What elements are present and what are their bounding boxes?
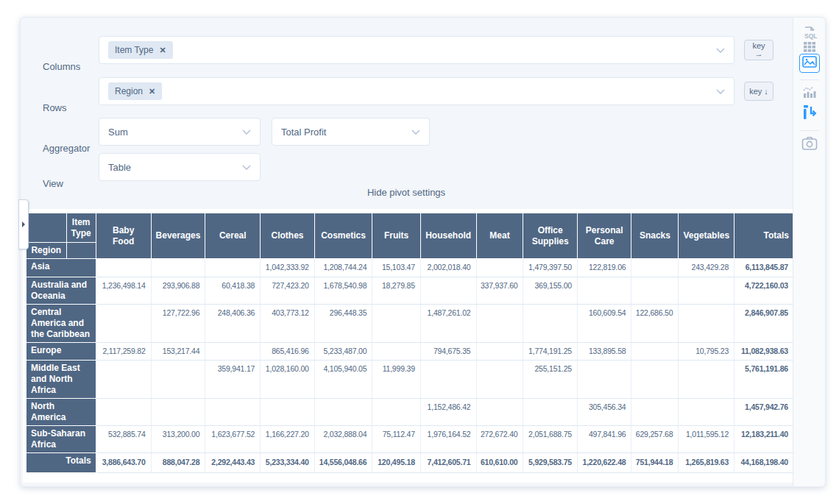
col-header-6[interactable]: Household xyxy=(420,213,476,259)
row-header-2[interactable]: Central America and the Caribbean xyxy=(26,304,96,342)
data-cell xyxy=(631,361,679,399)
grand-total-cell: 44,168,198.40 xyxy=(734,453,794,473)
table-row: Europe2,117,259.82153,217.44865,416.965,… xyxy=(26,342,794,361)
col-total-cell: 610,610.00 xyxy=(476,453,523,473)
columns-field[interactable]: Item Type ✕ xyxy=(99,36,734,64)
chevron-down-icon[interactable] xyxy=(716,89,725,94)
data-cell: 629,257.68 xyxy=(631,426,679,453)
columns-chip[interactable]: Item Type ✕ xyxy=(108,41,173,59)
bar-chart-icon[interactable] xyxy=(802,85,817,102)
data-cell: 1,678,540.98 xyxy=(314,277,372,304)
col-header-8[interactable]: Office Supplies xyxy=(523,213,577,259)
table-row: Australia and Oceania1,236,498.14293,906… xyxy=(26,277,794,304)
totals-row: Totals3,886,643.70888,047.282,292,443.43… xyxy=(26,453,794,473)
data-cell: 133,895.58 xyxy=(577,342,631,361)
rows-field[interactable]: Region ✕ xyxy=(99,77,734,105)
data-cell: 127,722.96 xyxy=(151,304,205,342)
data-cell xyxy=(631,399,679,426)
camera-icon[interactable] xyxy=(801,136,818,154)
hide-pivot-settings-link[interactable]: Hide pivot settings xyxy=(21,187,792,198)
row-header-0[interactable]: Asia xyxy=(26,259,96,277)
data-cell: 403,773.12 xyxy=(261,304,314,342)
data-cell: 2,117,259.82 xyxy=(96,342,151,361)
col-header-5[interactable]: Fruits xyxy=(372,213,420,259)
data-cell xyxy=(96,259,151,277)
row-header-4[interactable]: Middle East and North Africa xyxy=(26,361,96,399)
data-cell: 865,416.96 xyxy=(261,342,314,361)
col-header-10[interactable]: Snacks xyxy=(631,213,679,259)
col-total-cell: 888,047.28 xyxy=(151,453,205,473)
data-cell xyxy=(679,304,734,342)
data-cell xyxy=(631,259,679,277)
aggregator-label: Aggregator xyxy=(43,143,90,154)
row-header-3[interactable]: Europe xyxy=(26,342,96,361)
col-header-2[interactable]: Cereal xyxy=(205,213,261,259)
col-header-1[interactable]: Beverages xyxy=(151,213,205,259)
data-cell: 1,042,333.92 xyxy=(261,259,314,277)
data-cell xyxy=(476,342,523,361)
row-axis-label[interactable]: Region xyxy=(26,243,67,259)
data-cell: 1,976,164.52 xyxy=(420,426,476,453)
data-cell: 153,217.44 xyxy=(151,342,205,361)
data-cell: 1,236,498.14 xyxy=(96,277,151,304)
col-header-4[interactable]: Cosmetics xyxy=(314,213,372,259)
sort-rows-by-key-button[interactable]: key ↓ xyxy=(744,82,773,101)
corner-cell xyxy=(26,213,67,243)
col-header-7[interactable]: Meat xyxy=(476,213,523,259)
image-chart-icon[interactable] xyxy=(799,54,820,73)
col-header-11[interactable]: Vegetables xyxy=(679,213,734,259)
row-total-cell: 1,457,942.76 xyxy=(734,399,794,426)
col-axis-label[interactable]: Item Type xyxy=(66,213,96,243)
data-cell xyxy=(151,259,205,277)
col-totals-header[interactable]: Totals xyxy=(26,453,96,473)
data-cell: 794,675.35 xyxy=(420,342,476,361)
pivot-icon[interactable] xyxy=(802,104,817,124)
data-cell xyxy=(205,399,261,426)
row-header-1[interactable]: Australia and Oceania xyxy=(26,277,96,304)
row-total-cell: 6,113,845.87 xyxy=(734,259,794,277)
col-total-cell: 14,556,048.66 xyxy=(314,453,372,473)
panel-expand-handle[interactable] xyxy=(18,199,29,249)
col-header-3[interactable]: Clothes xyxy=(261,213,314,259)
data-cell: 255,151.25 xyxy=(523,361,577,399)
data-cell: 1,774,191.25 xyxy=(523,342,577,361)
rows-chip[interactable]: Region ✕ xyxy=(108,82,162,100)
sort-columns-by-key-button[interactable]: key → xyxy=(744,40,773,60)
chevron-down-icon[interactable] xyxy=(242,165,251,170)
data-cell: 2,032,888.04 xyxy=(314,426,372,453)
col-total-cell: 120,495.18 xyxy=(372,453,420,473)
chevron-down-icon[interactable] xyxy=(411,129,420,135)
chevron-down-icon[interactable] xyxy=(716,48,725,53)
view-select[interactable]: Table xyxy=(99,153,261,181)
data-cell: 727,423.20 xyxy=(261,277,314,304)
data-cell xyxy=(679,399,734,426)
row-totals-header[interactable]: Totals xyxy=(734,213,794,259)
data-cell: 1,028,160.00 xyxy=(261,361,314,399)
chevron-down-icon[interactable] xyxy=(242,129,251,135)
row-header-6[interactable]: Sub-Saharan Africa xyxy=(26,426,96,453)
col-total-cell: 1,265,819.63 xyxy=(679,453,734,473)
aggregator-column-select[interactable]: Total Profit xyxy=(272,118,430,146)
col-total-cell: 3,886,643.70 xyxy=(96,453,151,473)
data-cell: 497,841.96 xyxy=(577,426,631,453)
data-cell xyxy=(476,361,523,399)
col-header-0[interactable]: Baby Food xyxy=(96,213,151,259)
data-cell xyxy=(420,361,476,399)
aggregator-column-value: Total Profit xyxy=(281,127,326,138)
corner-cell xyxy=(66,243,96,259)
col-total-cell: 7,412,605.71 xyxy=(420,453,476,473)
data-cell xyxy=(476,259,523,277)
aggregator-select[interactable]: Sum xyxy=(99,118,261,146)
data-cell xyxy=(96,361,151,399)
data-cell xyxy=(372,342,420,361)
data-cell: 243,429.28 xyxy=(679,259,734,277)
data-cell: 1,623,677.52 xyxy=(205,426,261,453)
row-header-5[interactable]: North America xyxy=(26,399,96,426)
data-cell: 11,999.39 xyxy=(372,361,420,399)
col-header-9[interactable]: Personal Care xyxy=(577,213,631,259)
data-cell: 4,105,940.05 xyxy=(314,361,372,399)
remove-icon[interactable]: ✕ xyxy=(159,46,166,55)
row-total-cell: 11,082,938.63 xyxy=(734,342,794,361)
remove-icon[interactable]: ✕ xyxy=(149,87,155,96)
data-cell xyxy=(679,361,734,399)
